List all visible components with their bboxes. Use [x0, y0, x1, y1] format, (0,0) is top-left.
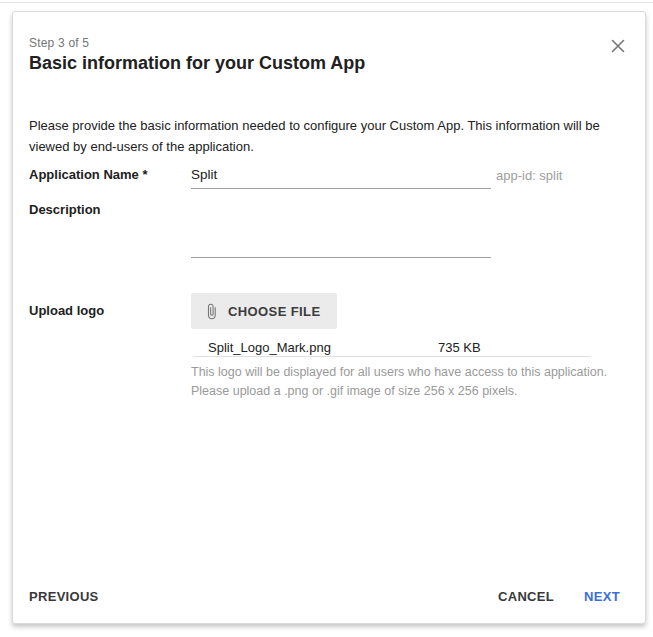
page-top-divider	[0, 2, 653, 3]
choose-file-button-label: CHOOSE FILE	[228, 304, 321, 319]
uploaded-file-name: Split_Logo_Mark.png	[208, 340, 331, 355]
paperclip-icon	[203, 303, 220, 320]
custom-app-wizard-dialog: Step 3 of 5 Basic information for your C…	[12, 11, 646, 624]
file-row-divider	[193, 356, 591, 357]
upload-logo-label: Upload logo	[29, 303, 104, 318]
previous-button[interactable]: PREVIOUS	[29, 589, 99, 604]
close-button[interactable]	[609, 39, 627, 57]
dialog-title: Basic information for your Custom App	[29, 53, 365, 74]
application-name-input[interactable]	[191, 161, 491, 189]
upload-help-text: This logo will be displayed for all user…	[191, 363, 621, 401]
upload-help-line-2: Please upload a .png or .gif image of si…	[191, 382, 621, 401]
app-id-hint: app-id: split	[496, 168, 562, 183]
next-button[interactable]: NEXT	[584, 589, 620, 604]
close-icon	[611, 39, 625, 57]
step-indicator: Step 3 of 5	[29, 36, 89, 50]
upload-help-line-1: This logo will be displayed for all user…	[191, 363, 621, 382]
choose-file-button[interactable]: CHOOSE FILE	[191, 293, 337, 329]
description-input[interactable]	[191, 202, 491, 258]
uploaded-file-row: Split_Logo_Mark.png 735 KB	[193, 340, 591, 356]
application-name-label: Application Name *	[29, 167, 147, 182]
intro-text: Please provide the basic information nee…	[29, 115, 631, 157]
uploaded-file-size: 735 KB	[438, 340, 481, 355]
cancel-button[interactable]: CANCEL	[498, 589, 554, 604]
description-label: Description	[29, 202, 101, 217]
